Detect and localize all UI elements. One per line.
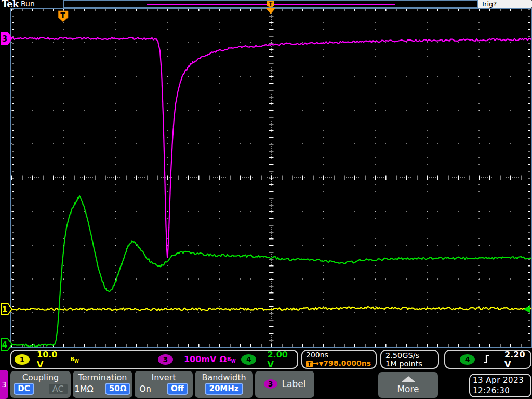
record-view-trigger-marker[interactable]: [267, 1, 274, 8]
trigger-status-text: Trig?: [481, 0, 497, 8]
more-button[interactable]: More: [378, 372, 438, 398]
invert-on-option[interactable]: On: [139, 384, 151, 394]
delay-arrow-icon: ▼: [319, 361, 323, 367]
termination-title: Termination: [78, 373, 127, 382]
time-text: 12:26:30: [473, 385, 530, 396]
record-length: 1M points: [385, 360, 422, 368]
more-up-triangle-icon: [402, 376, 415, 382]
ch1-marker-label: 1: [2, 305, 7, 314]
trigger-source-badge: 4: [460, 354, 475, 365]
ch1-bandwidth-limit-icon: BW: [70, 354, 78, 364]
trigger-readout-box[interactable]: 4 2.20 V: [444, 350, 531, 369]
coupling-title: Coupling: [22, 373, 59, 382]
delay-value: 798.0000ns: [323, 359, 371, 367]
trigger-position-marker[interactable]: [58, 11, 68, 22]
ch4-badge[interactable]: 4: [241, 354, 256, 365]
ch4-position-marker[interactable]: [1, 339, 12, 350]
ch3-scale: 100mV: [184, 354, 216, 364]
ch4-marker-label: 4: [2, 340, 7, 350]
ch1-badge[interactable]: 1: [15, 354, 30, 365]
ch3-position-marker[interactable]: [1, 33, 12, 44]
acquisition-readout-box: 2.50GS/s 1M points: [380, 350, 439, 369]
ch1-scale: 10.0 V: [37, 350, 57, 369]
acquisition-status: Run: [21, 0, 35, 8]
invert-button[interactable]: Invert On Off: [135, 371, 193, 398]
coupling-ac-option[interactable]: AC: [49, 384, 68, 394]
sample-rate: 2.50GS/s: [385, 351, 419, 360]
trigger-level-arrow[interactable]: [523, 305, 530, 313]
label-button[interactable]: 3 Label: [255, 371, 314, 398]
bandwidth-button[interactable]: Bandwidth 20MHz: [195, 371, 253, 398]
coupling-dc-option[interactable]: DC: [14, 383, 34, 395]
datetime-box: 13 Apr 2023 12:26:30: [469, 374, 531, 397]
ch3-impedance: Ω: [219, 354, 227, 364]
more-title: More: [397, 384, 419, 394]
record-view-trigger-label: T: [269, 1, 273, 7]
ch4-trace: [11, 196, 531, 347]
timebase-scale: 200ns: [306, 351, 328, 359]
expansion-point-arrow: [266, 8, 275, 14]
trigger-status-banner: Trig?: [477, 0, 532, 8]
tek-logo: Tek: [2, 0, 18, 9]
termination-button[interactable]: Termination 1MΩ 50Ω: [73, 371, 132, 398]
coupling-button[interactable]: Coupling DC AC: [10, 371, 71, 398]
horizontal-readout-box[interactable]: 200ns T→▼798.0000ns: [301, 350, 377, 369]
bandwidth-value[interactable]: 20MHz: [205, 383, 243, 395]
invert-off-option[interactable]: Off: [167, 383, 188, 395]
label-channel-badge: 3: [264, 379, 277, 389]
oscilloscope-screen: Tek Run Trig? TT143 1 10.0 V BW 3 100mV …: [0, 0, 532, 399]
rising-edge-icon: [483, 354, 489, 364]
bandwidth-title: Bandwidth: [202, 373, 246, 382]
ch3-badge[interactable]: 3: [158, 354, 173, 365]
menu-channel-tab[interactable]: 3: [0, 370, 8, 399]
horizontal-delay-readout: T→▼798.0000ns: [306, 359, 371, 368]
ch3-marker-label: 3: [2, 34, 7, 44]
trigger-position-label: T: [60, 11, 65, 19]
trigger-level: 2.20 V: [504, 350, 530, 369]
record-view-bar: [63, 1, 477, 8]
ch1-position-marker[interactable]: [1, 303, 12, 315]
ch3-trace: [11, 37, 531, 257]
date-text: 13 Apr 2023: [473, 375, 530, 385]
termination-1m-option[interactable]: 1MΩ: [75, 384, 94, 394]
label-title: Label: [282, 379, 306, 389]
invert-title: Invert: [151, 373, 176, 382]
vertical-readout-box: 1 10.0 V BW 3 100mV Ω BW 4 2.00 V BW: [10, 350, 298, 369]
graticule-frame: [11, 8, 531, 347]
graticule-display: TT143: [0, 0, 532, 399]
trigger-t-icon: T: [306, 361, 313, 367]
ch1-trace: [11, 307, 531, 310]
ch3-bandwidth-limit-icon: BW: [227, 354, 235, 364]
termination-50-option[interactable]: 50Ω: [105, 383, 131, 395]
ch4-scale: 2.00 V: [267, 350, 287, 369]
